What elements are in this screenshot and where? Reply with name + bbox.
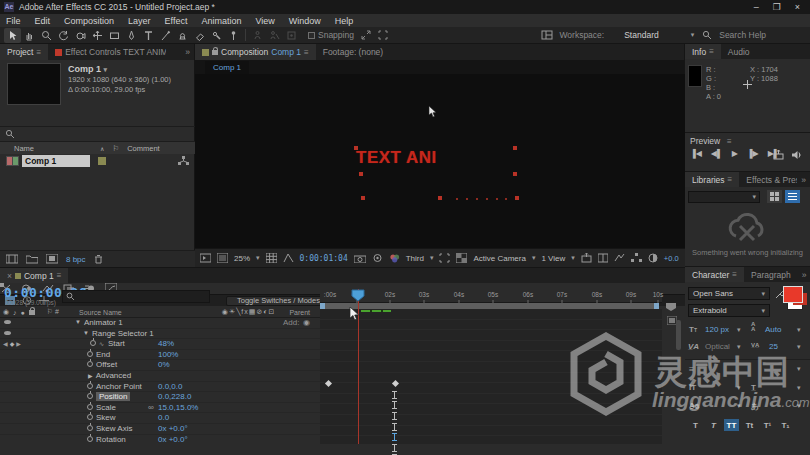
view-layout-value[interactable]: 1 View <box>541 254 565 263</box>
selection-handle[interactable] <box>515 196 519 200</box>
grid-view-button[interactable] <box>767 190 782 203</box>
pixel-aspect-icon[interactable] <box>598 253 608 263</box>
offset-value[interactable]: 0% <box>158 360 170 369</box>
stopwatch-icon[interactable] <box>87 393 93 399</box>
grid-guides-icon[interactable] <box>266 253 277 263</box>
end-label[interactable]: End <box>96 350 110 359</box>
skew-axis-value[interactable]: 0x +0.0° <box>158 424 188 433</box>
menu-window[interactable]: Window <box>289 16 321 26</box>
superscript-button[interactable]: T¹ <box>760 419 775 431</box>
kerning-value[interactable]: Optical <box>705 342 730 351</box>
constrain-link-icon[interactable]: ∞ <box>148 403 154 412</box>
rotate-tool-icon[interactable] <box>55 28 72 43</box>
stopwatch-icon[interactable] <box>87 404 93 410</box>
comp-marker-bin-icon[interactable] <box>665 302 677 312</box>
anchor-point-value[interactable]: 0.0,0.0 <box>158 382 182 391</box>
search-help-label[interactable]: Search Help <box>719 30 766 40</box>
interpret-footage-icon[interactable] <box>6 254 18 264</box>
keyframe-toggle-icon[interactable]: ◆ <box>10 340 15 347</box>
row-position[interactable]: Position 0.0,228.0 <box>0 391 320 401</box>
camera-caret-icon[interactable]: ▾ <box>532 254 536 262</box>
selection-handle[interactable] <box>513 146 517 150</box>
panel-menu-icon[interactable]: ≡ <box>36 48 41 57</box>
menu-edit[interactable]: Edit <box>35 16 51 26</box>
menu-help[interactable]: Help <box>335 16 354 26</box>
region-of-interest-icon[interactable] <box>439 253 450 263</box>
share-view-icon[interactable] <box>581 253 592 263</box>
timeline-flow-icon[interactable] <box>631 253 642 263</box>
composition-viewer[interactable]: TEXT ANI <box>195 74 685 248</box>
font-style-dropdown[interactable]: Extrabold▾ <box>688 304 770 317</box>
add-target-icon[interactable]: ◉ <box>303 318 310 327</box>
tab-overflow-icon[interactable]: » <box>798 267 810 282</box>
resolution-caret-icon[interactable]: ▾ <box>430 254 434 262</box>
label-color-chip[interactable] <box>98 157 106 165</box>
menu-animation[interactable]: Animation <box>201 16 241 26</box>
channels-icon[interactable] <box>389 253 400 263</box>
tab-effect-controls[interactable]: Effect Controls TEXT ANIMATIC <box>48 44 166 60</box>
next-frame-button[interactable]: ▐▶ <box>747 149 759 158</box>
offset-label[interactable]: Offset <box>96 360 117 369</box>
row-anchor-point[interactable]: Anchor Point 0.0,0.0 <box>0 381 320 391</box>
minimize-button[interactable]: – <box>754 2 759 12</box>
column-name[interactable]: Name <box>14 144 34 153</box>
stopwatch-icon[interactable] <box>87 436 93 442</box>
magnification-icon[interactable] <box>217 253 228 263</box>
hand-tool-icon[interactable] <box>21 28 38 43</box>
viewer-timecode[interactable]: 0:00:01:04 <box>300 254 348 263</box>
view-layout-caret-icon[interactable]: ▾ <box>571 254 575 262</box>
subscript-button[interactable]: T₁ <box>778 419 793 431</box>
leading-caret-icon[interactable]: ▾ <box>797 326 801 334</box>
tab-libraries[interactable]: Libraries≡ <box>685 172 739 187</box>
vscale-caret-icon[interactable]: ▾ <box>737 384 741 392</box>
comp-tab-name[interactable]: Comp 1 <box>271 47 301 57</box>
keyframe-prev-icon[interactable]: ◀ <box>3 340 8 347</box>
parent-column[interactable]: Parent <box>289 309 310 316</box>
rotation-value[interactable]: 0x +0.0° <box>158 435 188 444</box>
exposure-icon[interactable] <box>648 253 658 263</box>
panel-menu-icon[interactable]: ≡ <box>732 270 737 279</box>
zoom-value[interactable]: 25% <box>234 254 250 263</box>
timeline-search[interactable] <box>62 290 210 303</box>
camera-tool-icon[interactable] <box>72 28 89 43</box>
stopwatch-icon[interactable] <box>87 361 93 367</box>
tsume-caret-icon[interactable]: ▾ <box>797 402 801 410</box>
shape-tool-icon[interactable] <box>106 28 123 43</box>
resolution-value[interactable]: Third <box>406 254 424 263</box>
source-name-column[interactable]: Source Name <box>79 309 122 316</box>
timeline-graph-area[interactable] <box>320 309 662 444</box>
hscale-caret-icon[interactable]: ▾ <box>797 384 801 392</box>
selection-handle[interactable] <box>361 196 365 200</box>
skew-value[interactable]: 0.0 <box>158 413 169 422</box>
tab-footage[interactable]: Footage: (none) <box>316 44 390 60</box>
menu-layer[interactable]: Layer <box>128 16 151 26</box>
exposure-value[interactable]: +0.0 <box>664 254 679 263</box>
skew-label[interactable]: Skew <box>96 413 116 422</box>
project-bpc[interactable]: 8 bpc <box>66 255 86 264</box>
snapshot-icon[interactable] <box>354 254 366 263</box>
new-composition-icon[interactable] <box>46 254 58 264</box>
snapping-checkbox[interactable] <box>308 32 315 39</box>
row-scale[interactable]: Scale ∞ 15.0,15.0% <box>0 402 320 412</box>
all-caps-button[interactable]: TT <box>724 419 739 431</box>
row-skew-axis[interactable]: Skew Axis 0x +0.0° <box>0 423 320 433</box>
end-value[interactable]: 100% <box>158 350 178 359</box>
animator-label[interactable]: Animator 1 <box>84 318 123 327</box>
position-value[interactable]: 0.0,228.0 <box>158 392 191 401</box>
advanced-label[interactable]: Advanced <box>96 371 132 380</box>
new-folder-icon[interactable] <box>26 254 38 264</box>
tracking-caret-icon[interactable]: ▾ <box>797 343 801 351</box>
close-button[interactable]: × <box>795 2 800 12</box>
menu-view[interactable]: View <box>255 16 274 26</box>
menu-file[interactable]: File <box>6 16 21 26</box>
show-snapshot-icon[interactable] <box>372 253 383 263</box>
kerning-caret-icon[interactable]: ▾ <box>737 343 741 351</box>
search-help-icon[interactable] <box>698 28 715 43</box>
camera-view-value[interactable]: Active Camera <box>473 254 525 263</box>
tracking-value[interactable]: 25 <box>769 342 778 351</box>
roto-brush-tool-icon[interactable] <box>208 28 225 43</box>
fill-color-swatch[interactable] <box>783 286 803 303</box>
start-label[interactable]: Start <box>108 339 125 348</box>
brush-tool-icon[interactable] <box>157 28 174 43</box>
stopwatch-icon[interactable] <box>87 414 93 420</box>
